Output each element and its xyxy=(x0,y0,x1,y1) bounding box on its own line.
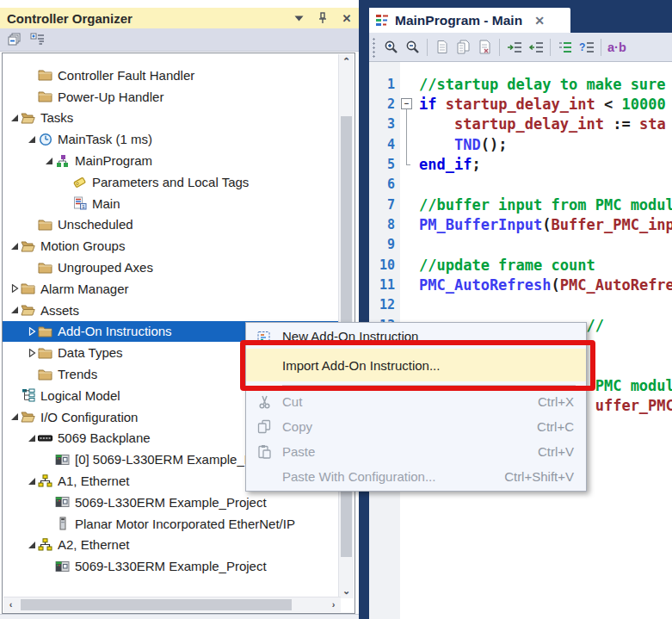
code-line-7[interactable]: 7//buffer input from PMC module xyxy=(369,195,672,214)
collapse-all-icon[interactable] xyxy=(5,31,22,48)
tab-close-icon[interactable]: ✕ xyxy=(534,14,545,28)
verify-document-icon[interactable] xyxy=(474,37,496,58)
controller-icon xyxy=(55,495,70,509)
expander-none xyxy=(25,263,38,273)
line-number: 1 xyxy=(369,77,400,92)
panel-toolbar xyxy=(0,28,359,52)
menu-item-paste: PasteCtrl+V xyxy=(246,439,586,464)
expander-expanded-icon[interactable] xyxy=(8,113,21,123)
tab-mainprogram-main[interactable]: MainProgram - Main ✕ xyxy=(369,8,570,33)
zoom-out-icon[interactable] xyxy=(402,37,423,58)
tree-item-5069-l330erm-example-project[interactable]: 5069-L330ERM Example_Project xyxy=(3,555,339,577)
expander-collapsed-icon[interactable] xyxy=(25,348,38,358)
expander-expanded-icon[interactable] xyxy=(25,540,38,550)
context-menu: New Add-On InstructionImport Add-On Inst… xyxy=(245,322,587,492)
pin-icon[interactable] xyxy=(316,11,330,25)
line-number: 11 xyxy=(369,277,400,293)
line-number: 9 xyxy=(369,237,400,252)
uncomment-lines-icon[interactable]: ? xyxy=(576,37,597,58)
code-line-4[interactable]: 4 TND(); xyxy=(369,134,672,154)
tree-item-a2-ethernet[interactable]: A2, Ethernet xyxy=(3,535,339,556)
code-line-5[interactable]: 5end_if; xyxy=(369,154,672,174)
code-line-10[interactable]: 10//update frame count xyxy=(369,255,672,275)
fold-guide xyxy=(400,275,414,294)
expander-expanded-icon[interactable] xyxy=(25,433,38,443)
copy-document-icon[interactable] xyxy=(453,37,474,58)
tree-item-main[interactable]: 1Main xyxy=(3,193,339,214)
controller-icon xyxy=(55,453,70,467)
expander-collapsed-icon[interactable] xyxy=(25,326,38,337)
fold-guide xyxy=(400,175,414,195)
horizontal-scrollbar[interactable]: ‹ › xyxy=(3,597,341,612)
expander-none xyxy=(59,176,72,187)
tree-item-controller-fault-handler[interactable]: Controller Fault Handler xyxy=(3,65,339,86)
close-icon[interactable]: ✕ xyxy=(340,11,354,25)
expander-expanded-icon[interactable] xyxy=(8,305,21,315)
folder-icon xyxy=(38,368,52,381)
tag-icon xyxy=(72,175,87,189)
tree-item-motion-groups[interactable]: Motion Groups xyxy=(3,235,339,257)
code-line-1[interactable]: 1//startup delay to make sure xyxy=(369,74,672,94)
comment-lines-icon[interactable] xyxy=(554,37,576,58)
expander-expanded-icon[interactable] xyxy=(25,476,38,486)
line-number: 7 xyxy=(369,197,400,213)
indent-icon[interactable] xyxy=(503,37,525,58)
line-number: 8 xyxy=(369,217,400,232)
code-text: startup_delay_int := sta xyxy=(414,115,666,133)
tree-item-5069-l330erm-example-project[interactable]: 5069-L330ERM Example_Project xyxy=(3,492,339,513)
tree-item-power-up-handler[interactable]: Power-Up Handler xyxy=(3,86,339,108)
expander-expanded-icon[interactable] xyxy=(42,156,55,166)
line-number: 3 xyxy=(369,116,400,132)
tree-item-assets[interactable]: Assets xyxy=(3,300,339,321)
code-line-11[interactable]: 11PMC_AutoRefresh(PMC_AutoRefresh_inp xyxy=(369,275,672,294)
add-component-icon[interactable] xyxy=(29,31,46,48)
tree-item-tasks[interactable]: Tasks xyxy=(3,108,339,129)
browse-tags-icon[interactable]: a·b xyxy=(605,40,626,54)
menu-item-label: Copy xyxy=(282,419,537,434)
new-aoi-icon xyxy=(255,329,274,344)
svg-text:?: ? xyxy=(579,41,585,53)
code-line-12[interactable]: 12 xyxy=(369,295,672,315)
tree-item-maintask-1-ms[interactable]: MainTask (1 ms) xyxy=(3,128,339,150)
folder-open-icon xyxy=(21,111,35,125)
fold-guide xyxy=(400,154,414,174)
expander-expanded-icon[interactable] xyxy=(8,241,21,251)
code-line-6[interactable]: 6 xyxy=(369,175,672,195)
ethernet-icon xyxy=(38,474,52,488)
folder-icon xyxy=(38,68,52,82)
expander-none xyxy=(42,497,55,507)
expander-collapsed-icon[interactable] xyxy=(8,283,21,294)
code-line-3[interactable]: 3 startup_delay_int := sta xyxy=(369,115,672,134)
paste-icon xyxy=(255,444,274,460)
tree-item-alarm-manager[interactable]: Alarm Manager xyxy=(3,278,339,300)
tree-item-label: Unscheduled xyxy=(58,217,133,232)
tree-item-mainprogram[interactable]: MainProgram xyxy=(3,150,339,171)
folder-open-icon xyxy=(21,303,35,317)
tree-item-ungrouped-axes[interactable]: Ungrouped Axes xyxy=(3,257,339,278)
panel-divider[interactable] xyxy=(359,0,369,619)
tree-item-label: Assets xyxy=(40,303,79,318)
code-line-9[interactable]: 9 xyxy=(369,235,672,255)
expander-expanded-icon[interactable] xyxy=(25,134,38,145)
horizontal-scrollbar-thumb[interactable] xyxy=(21,599,292,610)
tree-item-label: MainTask (1 ms) xyxy=(58,132,152,146)
cut-icon xyxy=(255,394,274,410)
chevron-down-icon[interactable] xyxy=(292,11,305,25)
toolbar-grip[interactable] xyxy=(372,37,377,58)
no-icon xyxy=(255,469,274,485)
tree-item-planar-motor-incorporated-ethernet-ip[interactable]: Planar Motor Incorporated EtherNet/IP xyxy=(3,513,339,535)
menu-item-import-add-on-instruction[interactable]: Import Add-On Instruction... xyxy=(246,349,586,381)
tree-item-label: A2, Ethernet xyxy=(58,537,129,552)
tree-item-unscheduled[interactable]: Unscheduled xyxy=(3,214,339,236)
fold-collapse-icon[interactable]: − xyxy=(400,94,414,114)
panel-title-bar: Controller Organizer ✕ xyxy=(0,8,359,28)
outdent-icon[interactable] xyxy=(525,37,546,58)
tree-item-parameters-and-local-tags[interactable]: Parameters and Local Tags xyxy=(3,171,339,193)
fold-guide xyxy=(400,74,414,94)
zoom-in-icon[interactable] xyxy=(380,37,402,58)
menu-item-new-add-on-instruction[interactable]: New Add-On Instruction xyxy=(246,324,586,349)
document-icon[interactable] xyxy=(431,37,453,58)
expander-expanded-icon[interactable] xyxy=(8,412,21,422)
code-line-8[interactable]: 8PM_BufferInput(Buffer_PMC_input xyxy=(369,214,672,234)
code-line-2[interactable]: 2−if startup_delay_int < 10000 xyxy=(369,94,672,114)
